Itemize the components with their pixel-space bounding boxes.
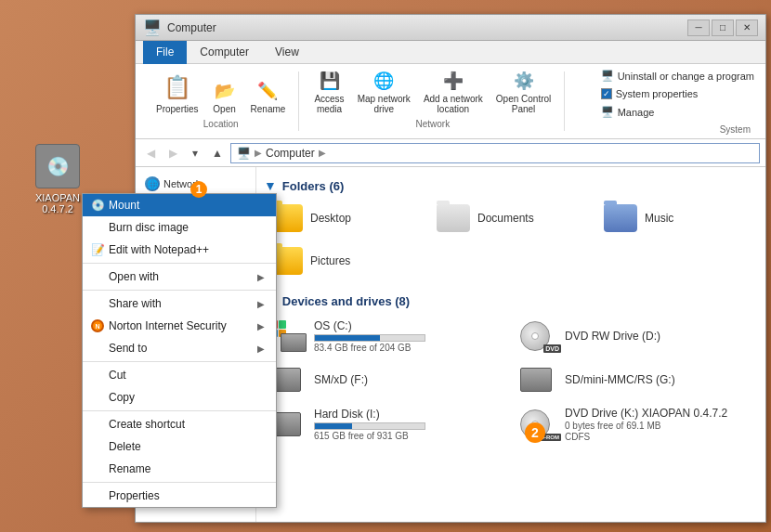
delete-label: Delete <box>109 440 141 453</box>
separator-2 <box>83 290 276 291</box>
forward-button[interactable]: ▶ <box>163 144 182 162</box>
context-menu-item-burn[interactable]: Burn disc image <box>83 216 276 239</box>
drive-k-free: 0 bytes free of 69.1 MB <box>565 421 752 431</box>
ribbon-tabs: File Computer View <box>136 41 765 64</box>
ribbon-group-location: 📋 Properties 📂 Open ✏️ Rename Location <box>143 71 299 131</box>
context-menu-item-mount[interactable]: 💿 Mount <box>83 194 276 216</box>
music-folder-icon <box>604 204 637 232</box>
minimize-button[interactable]: ─ <box>687 19 710 36</box>
add-network-button[interactable]: ➕ Add a network location <box>418 67 489 117</box>
folder-item-documents[interactable]: Documents <box>431 201 591 236</box>
drive-i-name: Hard Disk (I:) <box>314 408 502 421</box>
context-menu-item-cut[interactable]: Cut <box>83 364 276 386</box>
rename-icon: ✏️ <box>256 80 279 102</box>
openwith-label: Open with <box>109 270 159 283</box>
title-bar-icons: 🖥️ <box>143 19 162 36</box>
separator-1 <box>83 263 276 264</box>
folder-name-documents: Documents <box>477 212 534 225</box>
gen-hdd-g-icon <box>520 368 552 392</box>
system-props-button[interactable]: ✓ System properties <box>597 86 758 101</box>
network-group-label: Network <box>416 119 451 129</box>
copy-label: Copy <box>109 391 135 404</box>
ribbon-right: 🖥️ Uninstall or change a program ✓ Syste… <box>597 68 758 135</box>
folder-item-desktop[interactable]: Desktop <box>264 201 424 236</box>
manage-button[interactable]: 🖥️ Manage <box>597 104 758 120</box>
uninstall-button[interactable]: 🖥️ Uninstall or change a program <box>597 68 758 84</box>
desktop-icon-xiaopan[interactable]: 💿 XIAOPAN 0.4.7.2 <box>28 144 87 214</box>
context-menu-item-copy[interactable]: Copy <box>83 386 276 409</box>
dropdown-button[interactable]: ▾ <box>186 144 204 162</box>
window-icon: 🖥️ <box>143 19 162 36</box>
separator-5 <box>83 482 276 483</box>
context-menu-item-delete[interactable]: Delete <box>83 435 276 458</box>
drive-item-g[interactable]: SD/mini-MMC/RS (G:) <box>515 364 758 396</box>
path-separator: ▶ <box>255 148 262 158</box>
rename-label: Rename <box>109 462 150 475</box>
drive-item-f[interactable]: SM/xD (F:) <box>264 364 507 396</box>
drive-item-i[interactable]: Hard Disk (I:) 615 GB free of 931 GB <box>264 403 507 446</box>
open-button[interactable]: 📂 Open <box>206 77 243 117</box>
openwith-arrow: ▶ <box>257 272 265 282</box>
folder-item-music[interactable]: Music <box>598 201 758 236</box>
sendto-label: Send to <box>109 342 147 355</box>
access-media-button[interactable]: 💾 Access media <box>308 67 349 117</box>
location-buttons: 📋 Properties 📂 Open ✏️ Rename <box>150 70 291 117</box>
badge-1: 1 <box>190 181 207 198</box>
tab-computer[interactable]: Computer <box>187 41 262 63</box>
properties-button[interactable]: 📋 Properties <box>150 70 204 117</box>
drive-c-name: OS (C:) <box>314 319 502 332</box>
context-menu-item-openwith[interactable]: Open with ▶ <box>83 266 276 288</box>
drive-item-d[interactable]: DVD DVD RW Drive (D:) <box>515 316 758 357</box>
sd-g-icon <box>520 368 557 392</box>
context-menu-item-createshortcut[interactable]: Create shortcut <box>83 413 276 435</box>
drive-i-free: 615 GB free of 931 GB <box>314 431 502 441</box>
add-network-icon: ➕ <box>442 70 464 92</box>
folders-section-title: Folders (6) <box>282 179 344 193</box>
context-menu-item-notepad[interactable]: 📝 Edit with Notepad++ <box>83 239 276 261</box>
window-title: Computer <box>167 21 216 34</box>
open-icon: 📂 <box>214 80 236 102</box>
folders-section-header: ▼ Folders (6) <box>264 178 758 193</box>
badge-2: 2 <box>525 422 545 443</box>
properties-context-label: Properties <box>109 489 160 502</box>
close-button[interactable]: ✕ <box>736 19 758 36</box>
drive-k-name: DVD Drive (K:) XIAOPAN 0.4.7.2 <box>565 407 752 420</box>
documents-folder-icon <box>437 204 470 232</box>
folder-name-music: Music <box>645 212 673 225</box>
properties-icon: 📋 <box>163 72 192 102</box>
share-label: Share with <box>109 297 162 310</box>
context-menu-item-rename[interactable]: Rename <box>83 458 276 480</box>
desktop: 💿 XIAOPAN 0.4.7.2 🖥️ Computer ─ □ ✕ File <box>0 0 771 532</box>
tab-file[interactable]: File <box>143 41 187 64</box>
maximize-button[interactable]: □ <box>712 19 734 36</box>
network-buttons: 💾 Access media 🌐 Map network drive ➕ Add… <box>308 67 556 117</box>
network-globe-icon: 🌐 <box>145 176 160 191</box>
share-arrow: ▶ <box>257 299 265 309</box>
open-control-button[interactable]: ⚙️ Open Control Panel <box>490 67 556 117</box>
mount-disc-icon: 💿 <box>90 198 105 213</box>
drive-item-k[interactable]: DVD-ROM DVD Drive (K:) XIAOPAN 0.4.7.2 0… <box>515 403 758 446</box>
tab-view[interactable]: View <box>262 41 312 63</box>
dvd-d-icon: DVD <box>520 321 557 351</box>
address-bar: ◀ ▶ ▾ ▲ 🖥️ ▶ Computer ▶ <box>136 139 765 167</box>
title-bar: 🖥️ Computer ─ □ ✕ <box>136 15 765 41</box>
folders-grid: Desktop Documents Music Pictures <box>264 201 758 279</box>
up-button[interactable]: ▲ <box>208 144 227 162</box>
rename-button[interactable]: ✏️ Rename <box>245 77 292 117</box>
norton-arrow: ▶ <box>257 321 265 331</box>
context-menu-item-norton[interactable]: N Norton Internet Security ▶ <box>83 315 276 337</box>
folder-item-pictures[interactable]: Pictures <box>264 243 424 279</box>
context-menu-item-sendto[interactable]: Send to ▶ <box>83 337 276 359</box>
control-panel-icon: ⚙️ <box>513 70 535 92</box>
uninstall-icon: 🖥️ <box>601 70 614 82</box>
context-menu-item-share[interactable]: Share with ▶ <box>83 292 276 315</box>
drive-item-c[interactable]: OS (C:) 83.4 GB free of 204 GB <box>264 316 507 357</box>
drive-k-info: DVD Drive (K:) XIAOPAN 0.4.7.2 0 bytes f… <box>565 407 752 442</box>
address-path[interactable]: 🖥️ ▶ Computer ▶ <box>230 143 760 163</box>
map-network-button[interactable]: 🌐 Map network drive <box>352 67 416 117</box>
drives-grid: OS (C:) 83.4 GB free of 204 GB <box>264 316 758 446</box>
back-button[interactable]: ◀ <box>141 144 160 162</box>
context-menu-item-properties[interactable]: Properties <box>83 485 276 507</box>
folders-expand-icon[interactable]: ▼ <box>264 178 277 193</box>
system-group-label: System <box>597 124 758 135</box>
